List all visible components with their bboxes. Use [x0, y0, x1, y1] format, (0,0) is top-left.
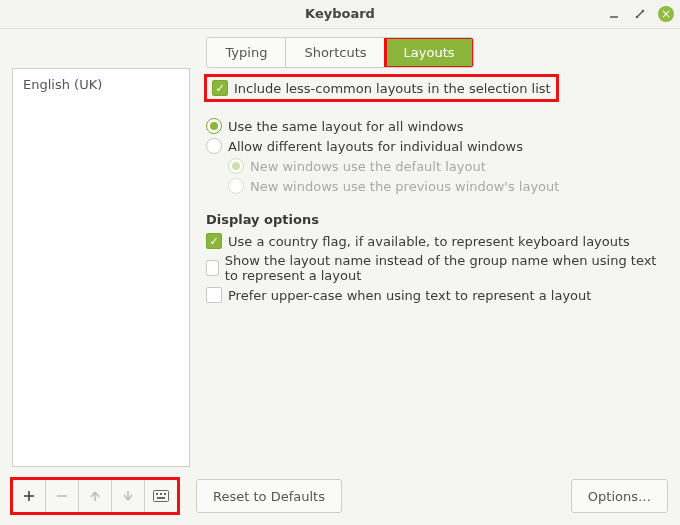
allow-different-label: Allow different layouts for individual w… — [228, 139, 523, 154]
show-layout-button[interactable] — [144, 479, 178, 513]
tab-typing[interactable]: Typing — [207, 38, 286, 67]
options-label: Options… — [588, 489, 651, 504]
same-layout-label: Use the same layout for all windows — [228, 119, 464, 134]
keyboard-icon — [153, 490, 169, 502]
layout-list-item[interactable]: English (UK) — [21, 75, 181, 94]
new-windows-previous-option: New windows use the previous window's la… — [228, 178, 668, 194]
svg-rect-8 — [156, 493, 158, 495]
radio-disabled-checked-icon — [228, 158, 244, 174]
include-less-common-option[interactable]: Include less-common layouts in the selec… — [206, 76, 557, 100]
tab-shortcuts[interactable]: Shortcuts — [286, 38, 385, 67]
arrow-up-icon — [88, 489, 102, 503]
move-down-button[interactable] — [111, 479, 145, 513]
minus-icon — [55, 489, 69, 503]
checkbox-unchecked-icon — [206, 260, 219, 276]
add-layout-button[interactable] — [12, 479, 46, 513]
reset-defaults-label: Reset to Defaults — [213, 489, 325, 504]
window-controls — [606, 0, 674, 28]
radio-checked-icon — [206, 118, 222, 134]
layout-list[interactable]: English (UK) — [12, 68, 190, 467]
arrow-down-icon — [121, 489, 135, 503]
layout-toolbar — [12, 479, 178, 513]
same-layout-option[interactable]: Use the same layout for all windows — [206, 118, 668, 134]
tab-layouts[interactable]: Layouts — [386, 38, 473, 67]
titlebar: Keyboard — [0, 0, 680, 29]
window-title: Keyboard — [305, 6, 375, 21]
allow-different-option[interactable]: Allow different layouts for individual w… — [206, 138, 668, 154]
reset-defaults-button[interactable]: Reset to Defaults — [196, 479, 342, 513]
display-options-header: Display options — [206, 212, 668, 227]
radio-unchecked-icon — [206, 138, 222, 154]
prefer-upper-option[interactable]: Prefer upper-case when using text to rep… — [206, 287, 668, 303]
new-windows-default-label: New windows use the default layout — [250, 159, 486, 174]
bottom-bar: Reset to Defaults Options… — [12, 479, 668, 513]
maximize-icon[interactable] — [632, 6, 648, 22]
svg-rect-7 — [154, 491, 169, 502]
show-layout-name-option[interactable]: Show the layout name instead of the grou… — [206, 253, 668, 283]
plus-icon — [22, 489, 36, 503]
tab-bar-container: Typing Shortcuts Layouts — [0, 37, 680, 68]
new-windows-default-option: New windows use the default layout — [228, 158, 668, 174]
keyboard-settings-window: Keyboard Typing Shortcuts Layouts Englis… — [0, 0, 680, 525]
close-icon[interactable] — [658, 6, 674, 22]
include-less-common-label: Include less-common layouts in the selec… — [234, 81, 551, 96]
prefer-upper-label: Prefer upper-case when using text to rep… — [228, 288, 591, 303]
country-flag-label: Use a country flag, if available, to rep… — [228, 234, 630, 249]
svg-line-2 — [637, 11, 643, 17]
remove-layout-button[interactable] — [45, 479, 79, 513]
minimize-icon[interactable] — [606, 6, 622, 22]
main-panel: Include less-common layouts in the selec… — [206, 68, 668, 467]
country-flag-option[interactable]: Use a country flag, if available, to rep… — [206, 233, 668, 249]
svg-rect-11 — [157, 497, 165, 499]
move-up-button[interactable] — [78, 479, 112, 513]
content-area: English (UK) Include less-common layouts… — [12, 68, 668, 467]
new-windows-previous-label: New windows use the previous window's la… — [250, 179, 559, 194]
radio-disabled-icon — [228, 178, 244, 194]
tab-bar: Typing Shortcuts Layouts — [206, 37, 473, 68]
options-button[interactable]: Options… — [571, 479, 668, 513]
svg-rect-10 — [164, 493, 166, 495]
checkbox-checked-icon — [206, 233, 222, 249]
checkbox-unchecked-icon — [206, 287, 222, 303]
show-layout-name-label: Show the layout name instead of the grou… — [225, 253, 668, 283]
svg-rect-9 — [160, 493, 162, 495]
checkbox-checked-icon — [212, 80, 228, 96]
svg-point-3 — [642, 10, 644, 12]
